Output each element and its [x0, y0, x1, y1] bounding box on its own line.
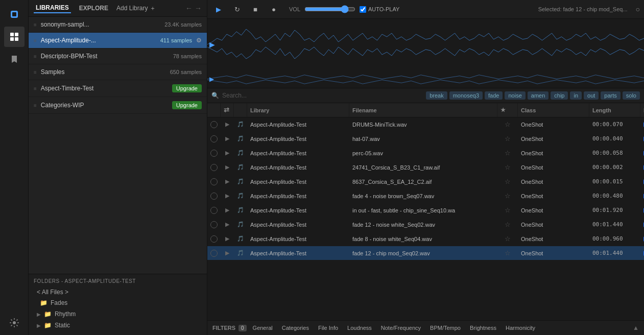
back-arrow[interactable]: ← — [185, 4, 193, 12]
row-radio[interactable] — [207, 160, 221, 174]
tag-monoseq3[interactable]: monoseq3 — [449, 91, 483, 100]
play-icon[interactable]: ▶ — [225, 150, 229, 156]
row-play-btn[interactable]: ▶ — [221, 132, 234, 146]
stop-button[interactable]: ■ — [248, 2, 263, 16]
row-radio[interactable] — [207, 132, 221, 146]
folder-item-fades[interactable]: 📁 Fades — [34, 297, 202, 308]
tag-break[interactable]: break — [426, 91, 447, 100]
row-star[interactable]: ☆ — [497, 232, 518, 246]
play-icon[interactable]: ▶ — [225, 221, 229, 228]
filter-note[interactable]: Note/Frequency — [378, 324, 424, 332]
star-icon[interactable]: ☆ — [505, 221, 511, 228]
row-star[interactable]: ☆ — [497, 175, 518, 188]
filter-brightness[interactable]: Brightness — [467, 324, 499, 332]
star-icon[interactable]: ☆ — [505, 235, 511, 243]
play-button[interactable]: ▶ — [211, 2, 226, 16]
record-button[interactable]: ● — [267, 2, 281, 16]
star-icon[interactable]: ☆ — [505, 192, 511, 200]
tag-fade[interactable]: fade — [485, 91, 503, 100]
row-star[interactable]: ☆ — [497, 132, 518, 146]
table-row[interactable]: ▶ 🎵 Aspect-Amplitude-Test 24741_Corsica_… — [207, 160, 644, 175]
table-row[interactable]: ▶ 🎵 Aspect-Amplitude-Test fade 12 - chip… — [207, 246, 644, 260]
row-play-btn[interactable]: ▶ — [221, 189, 234, 203]
volume-slider[interactable] — [304, 5, 355, 13]
row-play-btn[interactable]: ▶ — [221, 146, 234, 160]
row-star[interactable]: ☆ — [497, 246, 518, 260]
th-class[interactable]: Class — [518, 103, 589, 117]
row-star[interactable]: ☆ — [497, 117, 518, 131]
folder-item-rhythm[interactable]: ▶ 📁 Rhythm — [34, 308, 202, 320]
row-radio[interactable] — [207, 203, 221, 217]
filter-general[interactable]: General — [250, 324, 276, 332]
bookmark-icon[interactable] — [4, 49, 25, 69]
th-filename[interactable]: Filename — [349, 103, 497, 117]
star-icon[interactable]: ☆ — [505, 121, 511, 128]
row-radio[interactable] — [207, 218, 221, 231]
library-item-samples[interactable]: ≡ Samples 650 samples — [29, 64, 207, 80]
tag-chip[interactable]: chip — [551, 91, 568, 100]
waveform2-play-icon[interactable]: ▶ — [209, 76, 214, 83]
tag-out[interactable]: out — [584, 91, 599, 100]
play-icon[interactable]: ▶ — [225, 164, 229, 171]
library-item-descriptor[interactable]: ≡ Descriptor-BPM-Test 78 samples — [29, 49, 207, 64]
row-radio[interactable] — [207, 117, 221, 131]
row-radio[interactable] — [207, 189, 221, 203]
logo-icon[interactable] — [4, 4, 25, 25]
play-icon[interactable]: ▶ — [225, 207, 229, 213]
autoplay-checkbox[interactable] — [360, 6, 366, 13]
row-radio[interactable] — [207, 175, 221, 188]
tag-solo[interactable]: solo — [623, 91, 640, 100]
th-library[interactable]: Library — [247, 103, 349, 117]
filter-categories[interactable]: Categories — [279, 324, 312, 332]
star-icon[interactable]: ☆ — [505, 249, 511, 257]
tag-noise[interactable]: noise — [505, 91, 525, 100]
expand-filters-button[interactable]: ▲ — [633, 324, 639, 331]
play-icon[interactable]: ▶ — [225, 135, 229, 142]
row-star[interactable]: ☆ — [497, 160, 518, 174]
forward-arrow[interactable]: → — [195, 4, 202, 12]
row-play-btn[interactable]: ▶ — [221, 175, 234, 188]
row-star[interactable]: ☆ — [497, 146, 518, 160]
folder-item-static[interactable]: ▶ 📁 Static — [34, 320, 202, 331]
play-icon[interactable]: ▶ — [225, 121, 229, 128]
table-row[interactable]: ▶ 🎵 Aspect-Amplitude-Test fade 8 - noise… — [207, 232, 644, 246]
row-radio[interactable] — [207, 232, 221, 246]
tab-libraries[interactable]: LIBRARIES — [34, 3, 71, 13]
star-icon[interactable]: ☆ — [505, 206, 511, 214]
star-icon[interactable]: ☆ — [505, 149, 511, 157]
table-row[interactable]: ▶ 🎵 Aspect-Amplitude-Test DRUMS-MiniTick… — [207, 117, 644, 132]
play-icon[interactable]: ▶ — [225, 193, 229, 199]
filter-fileinfo[interactable]: File Info — [315, 324, 341, 332]
play-icon[interactable]: ▶ — [225, 250, 229, 256]
add-library-button[interactable]: Add Library ＋ — [116, 4, 156, 13]
autoplay-label[interactable]: AUTO-PLAY — [360, 6, 399, 13]
row-play-btn[interactable]: ▶ — [221, 246, 234, 260]
library-settings-icon[interactable]: ⚙ — [196, 37, 202, 44]
table-row[interactable]: ▶ 🎵 Aspect-Amplitude-Test in out - fast,… — [207, 203, 644, 218]
row-play-btn[interactable]: ▶ — [221, 160, 234, 174]
library-item-categories[interactable]: ≡ Categories-WIP Upgrade — [29, 97, 207, 114]
row-play-btn[interactable]: ▶ — [221, 117, 234, 131]
filter-bpm[interactable]: BPM/Tempo — [427, 324, 464, 332]
play-icon[interactable]: ▶ — [225, 235, 229, 242]
filter-harmonicity[interactable]: Harmonicity — [503, 324, 538, 332]
star-icon[interactable]: ☆ — [505, 163, 511, 171]
table-row[interactable]: ▶ 🎵 Aspect-Amplitude-Test hat-07.wav ☆ O… — [207, 132, 644, 146]
th-brightness[interactable]: Brightness — [640, 103, 644, 117]
play-icon[interactable]: ▶ — [225, 178, 229, 185]
library-item-timbre[interactable]: ≡ Aspect-Timbre-Test Upgrade — [29, 80, 207, 97]
tag-parts[interactable]: parts — [601, 91, 620, 100]
row-play-btn[interactable]: ▶ — [221, 232, 234, 246]
settings-icon[interactable] — [4, 313, 25, 333]
row-radio[interactable] — [207, 246, 221, 260]
waveform-play-icon[interactable]: ▶ — [209, 40, 215, 49]
tab-explore[interactable]: EXPLORE — [77, 4, 110, 13]
th-star[interactable]: ★ — [497, 103, 518, 117]
grid-icon[interactable] — [4, 27, 25, 47]
shuffle-icon[interactable]: ⇄ — [224, 106, 229, 114]
upgrade-button-categories[interactable]: Upgrade — [172, 101, 202, 109]
tag-amen[interactable]: amen — [528, 91, 549, 100]
table-row[interactable]: ▶ 🎵 Aspect-Amplitude-Test 8637_Corsica_S… — [207, 175, 644, 189]
row-star[interactable]: ☆ — [497, 189, 518, 203]
library-item-sononym[interactable]: ≡ sononym-sampl... 23.4K samples — [29, 17, 207, 33]
